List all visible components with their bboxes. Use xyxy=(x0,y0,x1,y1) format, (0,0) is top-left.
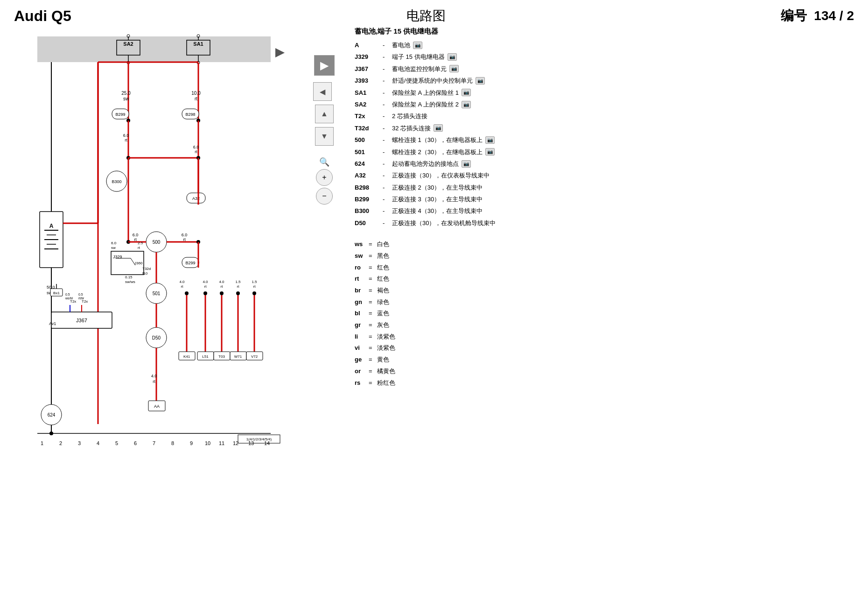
svg-text:9: 9 xyxy=(190,440,193,446)
svg-text:10: 10 xyxy=(205,440,210,446)
svg-text:rt: rt xyxy=(125,138,127,142)
svg-text:ws/bl: ws/bl xyxy=(65,297,73,300)
svg-text:SA2: SA2 xyxy=(123,41,133,47)
legend-row: A32-正极连接（30），在仪表板导线束中 xyxy=(355,170,854,181)
color-row: ws = 白色 xyxy=(355,239,854,250)
svg-text:B300: B300 xyxy=(112,179,121,184)
color-row: br = 褐色 xyxy=(355,285,854,297)
svg-text:12: 12 xyxy=(233,440,238,446)
svg-text:4.0: 4.0 xyxy=(219,280,224,284)
legend-row: T2x-2 芯插头连接 xyxy=(355,111,854,121)
legend-row: 500-螺栓连接 1（30），在继电器板上📷 xyxy=(355,135,854,145)
svg-text:L51: L51 xyxy=(202,354,209,359)
svg-text:sw/ws: sw/ws xyxy=(125,280,135,284)
legend-row: 624-起动蓄电池旁边的接地点📷 xyxy=(355,158,854,169)
camera-icon[interactable]: 📷 xyxy=(485,136,495,144)
camera-icon[interactable]: 📷 xyxy=(462,160,471,168)
color-row: rt = 红色 xyxy=(355,273,854,285)
legend-area: 蓄电池,端子 15 供电继电器 A-蓄电池📷J329-端子 15 供电继电器📷J… xyxy=(350,27,859,589)
svg-text:sw: sw xyxy=(123,96,129,101)
svg-text:J367: J367 xyxy=(76,318,87,323)
svg-text:K41: K41 xyxy=(183,354,190,359)
svg-text:rt: rt xyxy=(195,149,197,154)
legend-row: B298-正极连接 2（30），在主导线束中 xyxy=(355,182,854,193)
svg-text:rt: rt xyxy=(237,284,240,289)
color-row: rs = 粉红色 xyxy=(355,377,854,389)
svg-text:4.0: 4.0 xyxy=(203,280,208,284)
wiring-diagram: SA2 SA1 xyxy=(9,27,299,578)
svg-text:rt: rt xyxy=(195,96,197,101)
svg-point-71 xyxy=(203,291,207,295)
svg-point-70 xyxy=(185,291,189,295)
camera-icon[interactable]: 📷 xyxy=(449,65,459,72)
svg-text:rt: rt xyxy=(253,284,256,289)
svg-text:0.15: 0.15 xyxy=(125,275,133,279)
svg-text:rt: rt xyxy=(181,284,184,289)
legend-row: SA2-保险丝架 A 上的保险丝 2📷 xyxy=(355,99,854,110)
arrow-left-button[interactable]: ◀ xyxy=(313,82,332,101)
color-row: vi = 淡紫色 xyxy=(355,342,854,354)
legend-row: B299-正极连接 3（30），在主导线束中 xyxy=(355,194,854,205)
legend-row: J367-蓄电池监控控制单元📷 xyxy=(355,64,854,74)
svg-text:6.0: 6.0 xyxy=(182,233,188,237)
svg-text:6.0: 6.0 xyxy=(123,133,129,138)
legend-row: 501-螺栓连接 2（30），在继电器板上📷 xyxy=(355,147,854,157)
svg-point-74 xyxy=(252,291,256,295)
svg-text:5: 5 xyxy=(115,440,118,446)
svg-text:6.0: 6.0 xyxy=(193,145,199,149)
svg-text:4.0: 4.0 xyxy=(151,374,157,378)
svg-text:rt: rt xyxy=(134,237,137,242)
svg-text:SA1: SA1 xyxy=(193,41,203,47)
svg-text:1.5: 1.5 xyxy=(235,280,241,284)
svg-text:6: 6 xyxy=(134,440,137,446)
svg-text:J360: J360 xyxy=(134,261,143,265)
arrow-right-button[interactable]: ▶ xyxy=(314,55,335,76)
zoom-in-button[interactable]: + xyxy=(316,169,333,186)
svg-text:624: 624 xyxy=(48,412,56,418)
svg-text:rt: rt xyxy=(204,284,207,289)
color-row: sw = 黑色 xyxy=(355,250,854,262)
color-row: li = 淡紫色 xyxy=(355,331,854,343)
svg-text:T2x: T2x xyxy=(82,299,88,304)
arrow-up-button[interactable]: ▲ xyxy=(315,105,334,123)
svg-text:8: 8 xyxy=(171,440,174,446)
arrow-down-button[interactable]: ▼ xyxy=(315,127,334,146)
camera-icon[interactable]: 📷 xyxy=(476,77,485,85)
zoom-out-button[interactable]: − xyxy=(316,188,333,205)
svg-text:3: 3 xyxy=(78,440,81,446)
page-number: 编号 134 / 2 xyxy=(781,7,854,25)
diagram-area: SA2 SA1 xyxy=(9,27,299,589)
svg-text:501: 501 xyxy=(153,291,161,296)
svg-text:Av1: Av1 xyxy=(49,321,56,326)
svg-text:T2x: T2x xyxy=(70,299,76,304)
svg-text:7: 7 xyxy=(153,440,155,446)
color-row: ro = 红色 xyxy=(355,262,854,274)
color-row: gn = 绿色 xyxy=(355,297,854,308)
legend-row: A-蓄电池📷 xyxy=(355,40,854,50)
svg-marker-13 xyxy=(275,48,285,57)
svg-text:f10: f10 xyxy=(142,271,148,276)
camera-icon[interactable]: 📷 xyxy=(434,124,443,132)
legend-row: SA1-保险丝架 A 上的保险丝 1📷 xyxy=(355,87,854,98)
svg-text:rt: rt xyxy=(221,284,224,289)
svg-text:6.0: 6.0 xyxy=(133,233,139,237)
svg-text:rt: rt xyxy=(138,246,140,250)
svg-text:AA: AA xyxy=(154,404,160,409)
camera-icon[interactable]: 📷 xyxy=(462,101,471,108)
color-row: or = 橘黄色 xyxy=(355,366,854,377)
svg-text:500: 500 xyxy=(153,240,161,245)
svg-text:A: A xyxy=(49,223,54,229)
camera-icon[interactable]: 📷 xyxy=(448,53,457,61)
legend-row: T32d-32 芯插头连接📷 xyxy=(355,123,854,134)
svg-point-72 xyxy=(220,291,224,295)
svg-text:1(4/1/2/3/4/5/4): 1(4/1/2/3/4/5/4) xyxy=(246,437,272,441)
svg-point-73 xyxy=(236,291,240,295)
color-legend: ws = 白色sw = 黑色ro = 红色rt = 红色br = 褐色gn = … xyxy=(355,239,854,389)
svg-text:sw: sw xyxy=(111,246,116,250)
camera-icon[interactable]: 📷 xyxy=(485,148,495,156)
svg-text:rt: rt xyxy=(183,237,186,242)
camera-icon[interactable]: 📷 xyxy=(413,42,422,49)
svg-text:1.5: 1.5 xyxy=(252,280,257,284)
camera-icon[interactable]: 📷 xyxy=(462,89,471,96)
color-row: ge = 黄色 xyxy=(355,354,854,366)
